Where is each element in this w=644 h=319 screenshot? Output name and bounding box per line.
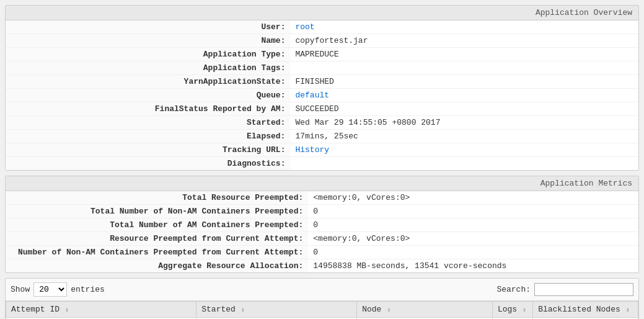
sort-icon: ⇕ [383,307,390,313]
metrics-field-label: Total Number of Non-AM Containers Preemp… [6,205,308,218]
overview-field-label: YarnApplicationState: [6,75,290,89]
overview-row: YarnApplicationState:FINISHED [6,75,638,89]
overview-row: Elapsed:17mins, 25sec [6,130,638,143]
metrics-field-value: 0 [308,205,638,218]
sort-icon: ⇕ [61,307,69,313]
metrics-field-label: Resource Preempted from Current Attempt: [6,232,308,246]
table-column-header[interactable]: Attempt ID ⇕ [6,302,196,318]
attempts-section: Show 102050100 entries Search: Attempt I… [5,278,639,319]
overview-field-label: Application Type: [6,48,290,61]
metrics-row: Total Number of AM Containers Preempted:… [6,218,638,232]
app-overview-section: Application Overview User:rootName:copyf… [5,5,639,171]
overview-row: Name:copyfortest.jar [6,34,638,48]
metrics-row: Aggregate Resource Allocation:14958838 M… [6,259,638,273]
overview-field-value [290,61,638,75]
table-column-header[interactable]: Started ⇕ [196,302,357,318]
table-column-header[interactable]: Logs ⇕ [492,302,532,318]
metrics-field-value: <memory:0, vCores:0> [308,191,638,205]
overview-field-value: Wed Mar 29 14:55:05 +0800 2017 [290,116,638,130]
overview-field-label: Name: [6,34,290,48]
overview-field-label: Elapsed: [6,130,290,143]
table-column-header[interactable]: Blacklisted Nodes ⇕ [533,302,638,318]
sort-icon: ⇕ [622,307,630,313]
overview-row: Started:Wed Mar 29 14:55:05 +0800 2017 [6,116,638,130]
overview-field-label: Tracking URL: [6,143,290,157]
overview-field-value: FINISHED [290,75,638,89]
overview-field-value: 17mins, 25sec [290,130,638,143]
overview-field-value: History [290,143,638,157]
app-overview-table: User:rootName:copyfortest.jarApplication… [6,20,638,170]
sort-icon: ⇕ [519,307,526,313]
overview-field-value: MAPREDUCE [290,48,638,61]
app-metrics-table: Total Resource Preempted:<memory:0, vCor… [6,191,638,272]
search-area: Search: [496,283,633,296]
overview-field-link[interactable]: default [295,91,329,100]
overview-row: Queue:default [6,89,638,102]
overview-row: Diagnostics: [6,157,638,171]
search-input[interactable] [534,283,633,296]
overview-field-value: root [290,20,638,34]
overview-row: Tracking URL:History [6,143,638,157]
overview-row: User:root [6,20,638,34]
app-metrics-header: Application Metrics [6,176,638,191]
overview-field-value [290,157,638,171]
metrics-field-value: 14958838 MB-seconds, 13541 vcore-seconds [308,259,638,273]
search-label: Search: [496,285,531,294]
metrics-field-label: Aggregate Resource Allocation: [6,259,308,273]
app-metrics-section: Application Metrics Total Resource Preem… [5,176,639,273]
overview-field-label: Application Tags: [6,61,290,75]
overview-field-link[interactable]: History [295,145,329,155]
app-overview-header: Application Overview [6,6,638,20]
show-entries-control: Show 102050100 entries [11,282,105,297]
overview-row: FinalStatus Reported by AM:SUCCEEDED [6,102,638,116]
table-column-header[interactable]: Node ⇕ [357,302,493,318]
overview-field-label: User: [6,20,290,34]
metrics-row: Total Resource Preempted:<memory:0, vCor… [6,191,638,205]
metrics-row: Total Number of Non-AM Containers Preemp… [6,205,638,218]
metrics-row: Resource Preempted from Current Attempt:… [6,232,638,246]
overview-field-link[interactable]: root [295,22,314,32]
overview-field-value: copyfortest.jar [290,34,638,48]
overview-row: Application Tags: [6,61,638,75]
overview-field-label: Queue: [6,89,290,102]
entries-select[interactable]: 102050100 [33,282,67,297]
attempts-table: Attempt ID ⇕Started ⇕Node ⇕Logs ⇕Blackli… [6,301,638,319]
overview-field-label: Started: [6,116,290,130]
overview-row: Application Type:MAPREDUCE [6,48,638,61]
metrics-field-label: Total Resource Preempted: [6,191,308,205]
overview-field-value: SUCCEEDED [290,102,638,116]
metrics-field-label: Total Number of AM Containers Preempted: [6,218,308,232]
sort-icon: ⇕ [237,307,245,313]
overview-field-label: Diagnostics: [6,157,290,171]
metrics-row: Number of Non-AM Containers Preempted fr… [6,246,638,259]
metrics-field-value: <memory:0, vCores:0> [308,232,638,246]
table-toolbar: Show 102050100 entries Search: [6,279,638,301]
metrics-field-label: Number of Non-AM Containers Preempted fr… [6,246,308,259]
entries-label: entries [71,285,105,294]
overview-field-value: default [290,89,638,102]
overview-field-label: FinalStatus Reported by AM: [6,102,290,116]
metrics-field-value: 0 [308,218,638,232]
metrics-field-value: 0 [308,246,638,259]
show-label: Show [11,285,30,294]
